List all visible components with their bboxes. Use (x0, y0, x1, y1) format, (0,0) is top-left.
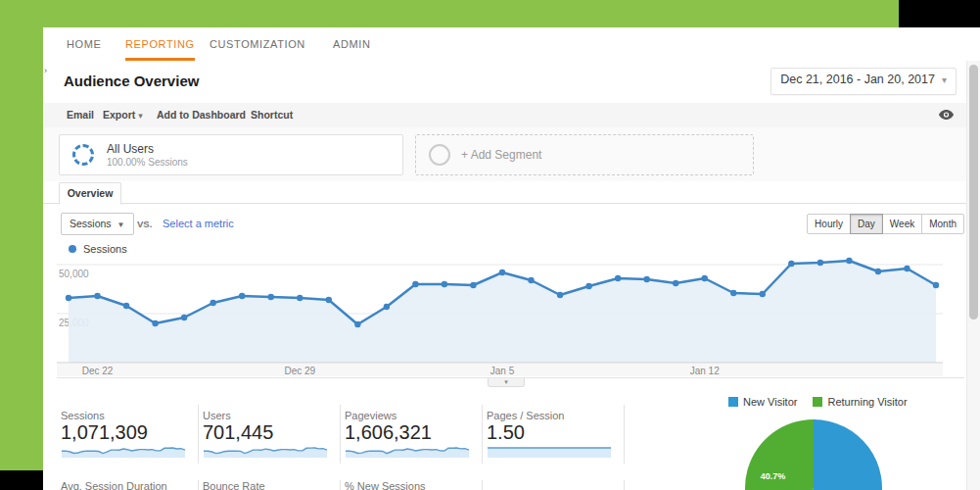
svg-text:Jan 5: Jan 5 (490, 366, 515, 376)
caret-down-icon: ▼ (117, 220, 125, 229)
add-segment-label: + Add Segment (461, 148, 541, 162)
top-nav: HOME REPORTING CUSTOMIZATION ADMIN (43, 27, 980, 62)
chart-legend: Sessions (69, 243, 127, 255)
export-label: Export (103, 109, 135, 121)
sessions-legend-label: Sessions (83, 243, 127, 255)
granularity-switcher: Hourly Day Week Month (807, 214, 964, 234)
metric-card-pages-per-session: Pages / Session 1.50 (487, 405, 625, 464)
metric-label[interactable]: Users (203, 410, 231, 421)
metric-label[interactable]: Sessions (61, 410, 105, 421)
email-button[interactable]: Email (67, 103, 94, 127)
metric-card-new-sessions: % New Sessions (345, 480, 483, 490)
export-button[interactable]: Export▾ (103, 103, 143, 127)
svg-text:Jan 12: Jan 12 (690, 366, 720, 376)
pie-legend: New Visitor Returning Visitor (728, 396, 908, 408)
metric-label[interactable]: Bounce Rate (203, 480, 265, 490)
svg-text:Dec 29: Dec 29 (284, 366, 315, 376)
svg-text:Dec 22: Dec 22 (82, 366, 114, 376)
nav-item-reporting[interactable]: REPORTING (125, 27, 195, 61)
select-a-metric-link[interactable]: Select a metric (163, 218, 234, 229)
date-range-selector[interactable]: Dec 21, 2016 - Jan 20, 2017▾ (770, 68, 957, 95)
metric-label[interactable]: Pageviews (345, 410, 397, 421)
granularity-week-button[interactable]: Week (882, 214, 922, 234)
pageviews-sparkline (345, 443, 470, 459)
segment-subtitle: 100.00% Sessions (107, 157, 188, 168)
pages-per-session-sparkline (487, 443, 612, 459)
metric-card-pageviews: Pageviews 1,606,321 (345, 405, 483, 464)
insights-eye-icon[interactable] (938, 108, 955, 125)
metric-card-bounce-rate: Bounce Rate (203, 480, 341, 490)
segment-all-users[interactable]: All Users 100.00% Sessions (59, 134, 403, 175)
nav-item-home[interactable]: HOME (67, 27, 101, 61)
nav-item-admin[interactable]: ADMIN (333, 27, 370, 61)
svg-text:50,000: 50,000 (59, 269, 89, 279)
legend-label: New Visitor (743, 396, 797, 408)
metric-value: 1.50 (487, 421, 525, 444)
sidebar-expand-icon[interactable]: › (44, 66, 47, 75)
legend-returning-visitor: Returning Visitor (813, 396, 907, 408)
scrollbar-thumb[interactable] (969, 65, 978, 319)
sessions-line-chart: 25,00050,000Dec 22Dec 29Jan 5Jan 12 (57, 255, 957, 376)
vs-label: VS. (137, 219, 152, 229)
add-segment-button[interactable]: + Add Segment (415, 134, 754, 175)
nav-item-customization[interactable]: CUSTOMIZATION (210, 27, 305, 61)
svg-text:40.7%: 40.7% (761, 471, 786, 481)
granularity-hourly-button[interactable]: Hourly (807, 214, 851, 234)
metric-card-sessions: Sessions 1,071,309 (61, 405, 199, 464)
granularity-month-button[interactable]: Month (921, 214, 964, 234)
metric-label[interactable]: % New Sessions (345, 480, 426, 490)
chart-controls: Sessions▼ VS. Select a metric Hourly Day… (43, 208, 980, 239)
caret-down-icon: ▾ (138, 111, 143, 121)
report-toolbar: Email Export▾ Add to Dashboard Shortcut (43, 103, 980, 128)
segment-ring-icon (72, 144, 94, 166)
visitor-type-pie-chart: 40.7% (723, 416, 977, 490)
granularity-day-button[interactable]: Day (850, 214, 883, 234)
metric-card-users: Users 701,445 (203, 405, 341, 464)
metric-select-dropdown[interactable]: Sessions▼ (61, 213, 134, 235)
metric-card-empty (487, 480, 625, 490)
metric-value: 1,071,309 (61, 421, 148, 444)
segment-title: All Users (107, 142, 154, 156)
frame-green-left (0, 0, 43, 470)
metric-value: 701,445 (203, 421, 273, 444)
metric-card-avg-session-duration: Avg. Session Duration (61, 480, 199, 490)
add-to-dashboard-button[interactable]: Add to Dashboard (157, 103, 246, 127)
add-segment-ring-icon (429, 144, 450, 166)
tab-divider (43, 203, 967, 204)
shortcut-button[interactable]: Shortcut (251, 103, 293, 127)
vertical-scrollbar (966, 61, 980, 490)
metric-value: 1,606,321 (345, 421, 432, 444)
legend-new-visitor: New Visitor (728, 396, 797, 408)
users-sparkline (203, 443, 328, 459)
analytics-app-window: HOME REPORTING CUSTOMIZATION ADMIN › Aud… (43, 27, 980, 490)
metric-label[interactable]: Avg. Session Duration (61, 480, 167, 490)
segments-band: All Users 100.00% Sessions + Add Segment (43, 127, 980, 181)
sessions-legend-dot-icon (69, 245, 76, 253)
collapse-caret-icon: ▾ (504, 378, 508, 385)
metric-select-label: Sessions (70, 218, 112, 229)
metric-label[interactable]: Pages / Session (487, 410, 565, 421)
frame-green-top (0, 0, 899, 27)
chart-collapse-handle[interactable]: ▾ (488, 378, 525, 387)
caret-down-icon: ▾ (942, 74, 947, 85)
tab-overview[interactable]: Overview (59, 182, 121, 205)
page-title: Audience Overview (64, 73, 199, 89)
legend-label: Returning Visitor (827, 396, 907, 408)
new-visitor-swatch-icon (728, 397, 738, 407)
report-header: › Audience Overview Dec 21, 2016 - Jan 2… (43, 61, 980, 104)
sessions-sparkline (61, 443, 186, 459)
returning-visitor-swatch-icon (813, 397, 822, 407)
date-range-text: Dec 21, 2016 - Jan 20, 2017 (780, 73, 935, 86)
